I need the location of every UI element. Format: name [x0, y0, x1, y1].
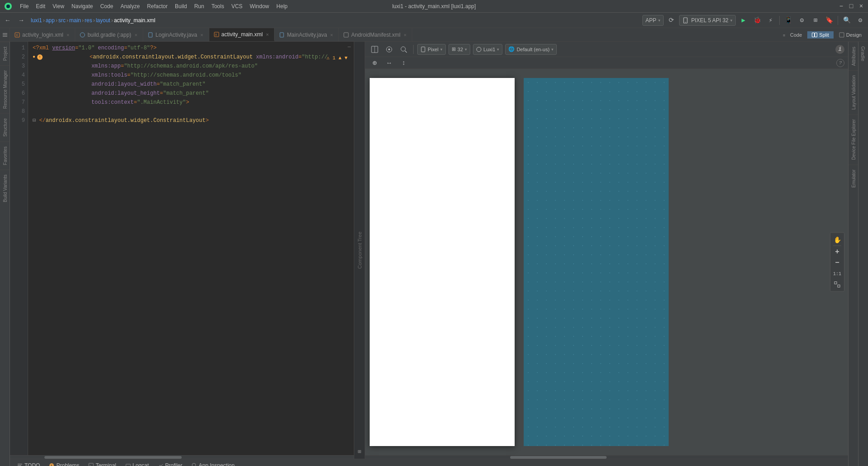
layout-validation-tab[interactable]: Layout Validation	[849, 70, 858, 114]
design-info-button[interactable]: i	[835, 45, 844, 54]
bookmarks-button[interactable]: 🔖	[823, 15, 835, 26]
menu-item-window[interactable]: Window	[246, 0, 273, 12]
editor-collapse-button[interactable]: −	[347, 44, 351, 51]
menu-item-refactor[interactable]: Refactor	[144, 0, 171, 12]
design-help-button[interactable]: ?	[836, 59, 844, 67]
menu-item-view[interactable]: View	[49, 0, 68, 12]
profiler-button[interactable]: Profiler	[154, 461, 186, 466]
breadcrumb-main[interactable]: main	[69, 17, 81, 24]
run-button[interactable]: ▶	[738, 15, 749, 26]
pan-tool-button[interactable]: ⊕	[369, 57, 381, 69]
design-locale-selector[interactable]: 🌐 Default (en-us) ▾	[505, 44, 557, 55]
design-scrollbar-h[interactable]	[365, 455, 848, 459]
sdk-button[interactable]: ⚙	[796, 15, 808, 26]
menu-item-build[interactable]: Build	[171, 0, 191, 12]
settings-button[interactable]: ⚙	[854, 15, 866, 26]
tab-close-main-xml[interactable]: ×	[265, 31, 270, 38]
breadcrumb-file[interactable]: activity_main.xml	[114, 17, 155, 24]
build-variants-tab[interactable]: Build Variants	[0, 170, 10, 207]
zoom-in-button[interactable]: +	[832, 247, 842, 257]
todo-button[interactable]: TODO	[14, 461, 43, 466]
design-view-button[interactable]: Design	[834, 31, 866, 39]
force-layout-button[interactable]	[369, 44, 381, 55]
terminal-button[interactable]: >_ Terminal	[85, 461, 120, 466]
menu-item-help[interactable]: Help	[273, 0, 291, 12]
svg-text:≡: ≡	[783, 33, 785, 38]
breadcrumb-src[interactable]: src	[58, 17, 66, 24]
restore-button[interactable]: □	[848, 3, 854, 10]
close-button[interactable]: ×	[858, 3, 864, 10]
debug-button[interactable]: 🐞	[751, 15, 763, 26]
scrollbar-thumb	[44, 456, 182, 459]
tab-close-gradle[interactable]: ×	[134, 32, 138, 38]
menu-item-run[interactable]: Run	[191, 0, 208, 12]
tab-build-gradle[interactable]: build.gradle (:app) ×	[75, 28, 143, 41]
menu-item-analyze[interactable]: Analyze	[117, 0, 144, 12]
code-content[interactable]: <?xml version="1.0" encoding="utf-8"?> ●…	[28, 42, 354, 455]
svg-rect-4	[3, 33, 7, 34]
code-editor[interactable]: 1 2 3 4 5 6 7 8 9 <?xml versio	[10, 42, 354, 455]
breadcrumb-res[interactable]: res	[85, 17, 92, 24]
tab-login-activity-java[interactable]: LoginActivity.java ×	[143, 28, 209, 41]
split-view-button[interactable]: Split	[807, 31, 833, 39]
pan-button[interactable]: ✋	[832, 235, 842, 245]
logcat-button[interactable]: Logcat	[122, 461, 153, 466]
design-device-selector[interactable]: Pixel ▾	[417, 44, 446, 55]
breadcrumb-app[interactable]: app	[46, 17, 55, 24]
tab-android-manifest[interactable]: AndroidManifest.xml ×	[339, 28, 412, 41]
zoom-out-button[interactable]: −	[832, 258, 842, 268]
device-file-explorer-tab[interactable]: Device File Explorer	[849, 114, 858, 164]
device-selector[interactable]: PIXEL 5 API 32 ▾	[679, 15, 736, 26]
left-panel-toggle[interactable]	[0, 28, 10, 41]
attributes-tab[interactable]: Attributes	[849, 42, 858, 70]
tab-main-activity-java[interactable]: MainActivity.java ×	[275, 28, 339, 41]
emulator-tab[interactable]: Emulator	[849, 165, 858, 192]
tab-activity-login-xml[interactable]: X activity_login.xml ×	[10, 28, 75, 41]
svg-point-26	[477, 47, 481, 52]
design-theme-selector[interactable]: Luxi1 ▾	[473, 44, 502, 55]
design-scrollbar-thumb	[510, 456, 607, 459]
design-canvas[interactable]: ✋ + − 1:1	[365, 69, 848, 455]
component-tree-icon[interactable]: ⊞	[358, 448, 361, 455]
zoom-to-fit-button[interactable]	[398, 44, 410, 55]
tab-close-login-xml[interactable]: ×	[66, 32, 70, 38]
tab-close-main-java[interactable]: ×	[329, 32, 334, 38]
menu-item-file[interactable]: File	[16, 0, 32, 12]
design-toolbar: Pixel ▾ ⊞ 32 ▾ Luxi1 ▾ 🌐	[365, 42, 848, 57]
flip-v-button[interactable]: ↕	[398, 57, 410, 69]
favorites-tab[interactable]: Favorites	[0, 141, 10, 170]
problems-button[interactable]: ! Problems	[45, 461, 83, 466]
editor-scrollbar-h[interactable]	[10, 455, 354, 459]
breadcrumb-luxi1[interactable]: luxi1	[31, 17, 42, 24]
structure-button[interactable]: ⊞	[810, 15, 821, 26]
menu-item-vcs[interactable]: VCS	[228, 0, 246, 12]
flip-h-button[interactable]: ↔	[383, 57, 395, 69]
zoom-reset-button[interactable]: 1:1	[832, 269, 842, 279]
resource-manager-tab[interactable]: Resource Manager	[0, 65, 10, 113]
code-view-button[interactable]: ≡ Code	[778, 31, 806, 39]
app-inspection-button[interactable]: App Inspection	[188, 461, 238, 466]
project-panel-tab[interactable]: Project	[0, 42, 10, 65]
structure-tab[interactable]: Structure	[0, 113, 10, 141]
app-selector[interactable]: APP ▾	[642, 15, 664, 26]
design-scale-selector[interactable]: ⊞ 32 ▾	[448, 44, 470, 55]
show-constraints-button[interactable]	[383, 44, 395, 55]
minimize-button[interactable]: −	[838, 3, 844, 10]
menu-item-navigate[interactable]: Navigate	[68, 0, 96, 12]
gradle-tab[interactable]: Gradle	[858, 42, 868, 66]
menu-item-edit[interactable]: Edit	[32, 0, 49, 12]
profile-button[interactable]: ⚡	[765, 15, 776, 26]
menu-item-tools[interactable]: Tools	[208, 0, 228, 12]
tab-close-login-java[interactable]: ×	[199, 32, 204, 38]
search-button[interactable]: 🔍	[841, 15, 853, 26]
window-controls: − □ ×	[838, 0, 864, 13]
zoom-fit-button[interactable]	[832, 280, 842, 290]
tab-close-manifest[interactable]: ×	[403, 32, 407, 38]
tab-activity-main-xml[interactable]: X activity_main.xml ×	[209, 28, 275, 41]
back-button[interactable]: ←	[2, 15, 14, 26]
avd-button[interactable]: 📱	[782, 15, 794, 26]
menu-item-code[interactable]: Code	[96, 0, 117, 12]
breadcrumb-layout[interactable]: layout	[96, 17, 110, 24]
sync-button[interactable]: ⟳	[665, 15, 677, 26]
forward-button[interactable]: →	[15, 15, 27, 26]
